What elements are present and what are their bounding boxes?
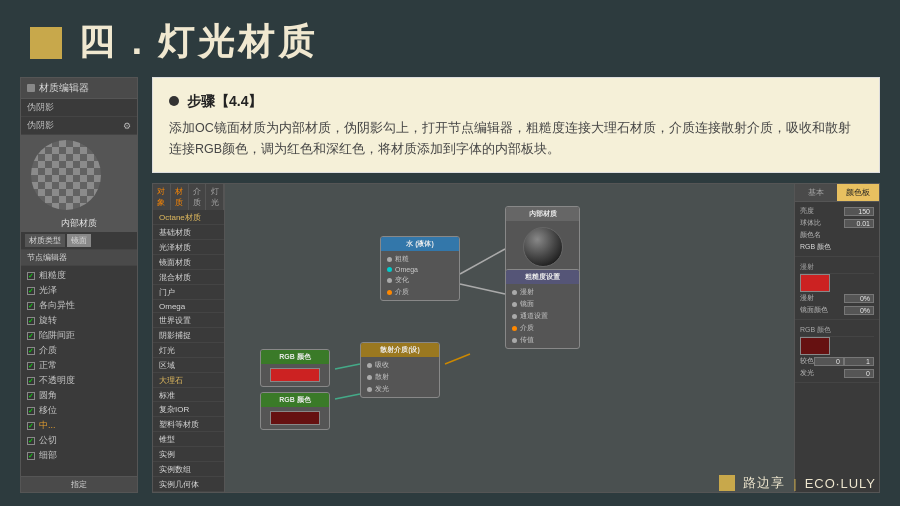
cb-check[interactable]: ✓: [27, 332, 35, 340]
ns-tab-objects[interactable]: 对象: [153, 184, 171, 210]
mat-type-btn-2[interactable]: 镜面: [67, 234, 91, 247]
cb-check[interactable]: ✓: [27, 437, 35, 445]
ns-item-omega[interactable]: Omega: [153, 300, 224, 313]
node-water[interactable]: 水 (液体) 粗糙 Omega 变化: [380, 236, 460, 301]
ns-tab-medium[interactable]: 介质: [189, 184, 207, 210]
props-section-main: 亮度 150 球体比 0.01 颜色名 RGB 颜色: [795, 202, 879, 257]
port-deform: 变化: [385, 274, 455, 286]
node-rgb2[interactable]: RGB 颜色: [260, 392, 330, 430]
svg-line-1: [460, 284, 505, 294]
ns-item-glossy[interactable]: 光泽材质: [153, 240, 224, 255]
cb-label: 光泽: [39, 284, 57, 297]
cb-check[interactable]: ✓: [27, 377, 35, 385]
cb-label: 细部: [39, 449, 57, 462]
node-inner-mat[interactable]: 内部材质: [505, 206, 580, 274]
ns-item-instance-geo[interactable]: 实例几何体: [153, 477, 224, 492]
props-brightness-value[interactable]: 150: [844, 207, 874, 216]
node-water-body: 粗糙 Omega 变化 介质: [381, 251, 459, 300]
node-rough-body: 漫射 镜面 通道设置 介质 传值: [506, 284, 579, 348]
port-r5: 传值: [510, 334, 575, 346]
ns-item-world[interactable]: 世界设置: [153, 313, 224, 328]
material-name-row: 伪阴影: [21, 99, 137, 117]
port-r3: 通道设置: [510, 310, 575, 322]
cb-check[interactable]: ✓: [27, 362, 35, 370]
cb-check[interactable]: ✓: [27, 302, 35, 310]
ns-item-marble[interactable]: 大理石: [153, 373, 224, 388]
cb-label: 正常: [39, 359, 57, 372]
rgb2-swatch: [270, 411, 320, 425]
svg-line-0: [460, 249, 505, 274]
port-dot: [512, 290, 517, 295]
main-content: 材质编辑器 伪阴影 伪阴影 ⚙ 内部材质 材质类型 镜面 节点编辑器 ✓ 粗糙度…: [0, 77, 900, 503]
props-emit-value[interactable]: 0: [844, 369, 874, 378]
brand-separator: |: [793, 476, 796, 491]
cb-opacity: ✓ 不透明度: [21, 373, 137, 388]
props-absorb-value2[interactable]: 1: [844, 357, 874, 366]
props-absorb: 较色 0 1: [800, 355, 874, 367]
ns-item-light[interactable]: 灯光: [153, 343, 224, 358]
cb-check[interactable]: ✓: [27, 422, 35, 430]
ns-item-specular[interactable]: 镜面材质: [153, 255, 224, 270]
port-medium: 介质: [385, 286, 455, 298]
ns-tab-lights[interactable]: 灯光: [206, 184, 224, 210]
cb-label: 各向异性: [39, 299, 75, 312]
svg-line-6: [445, 354, 470, 364]
cb-rotation: ✓ 旋转: [21, 313, 137, 328]
cb-label: 圆角: [39, 389, 57, 402]
props-tab-basic[interactable]: 基本: [795, 184, 837, 201]
material-type-bar: 材质类型 镜面: [21, 232, 137, 250]
cb-trap: ✓ 陷阱间距: [21, 328, 137, 343]
ns-item-basic[interactable]: 基础材质: [153, 225, 224, 240]
ns-item-standard[interactable]: 标准: [153, 388, 224, 403]
props-absorb-value[interactable]: 0: [814, 357, 844, 366]
cb-check[interactable]: ✓: [27, 392, 35, 400]
assign-btn[interactable]: 指定: [21, 476, 137, 492]
ns-item-mix[interactable]: 混合材质: [153, 270, 224, 285]
color-swatch-red[interactable]: [800, 274, 830, 292]
props-absorb-label: 较色: [800, 356, 814, 366]
cb-check[interactable]: ✓: [27, 347, 35, 355]
ns-item-complex[interactable]: 复杂IOR: [153, 402, 224, 417]
ns-item-portal[interactable]: 门户: [153, 285, 224, 300]
props-sphere-ratio-value[interactable]: 0.01: [844, 219, 874, 228]
node-rough-header: 粗糙度设置: [506, 270, 579, 284]
cb-check[interactable]: ✓: [27, 407, 35, 415]
ns-tab-materials[interactable]: 材质: [171, 184, 189, 210]
node-roughness[interactable]: 粗糙度设置 漫射 镜面 通道设置 介质 传值: [505, 269, 580, 349]
node-editor-area[interactable]: 对象 材质 介质 灯光 Octane材质 基础材质 光泽材质 镜面材质 混合材质…: [152, 183, 880, 493]
node-scatter[interactable]: 散射介质(设) 吸收 散射 发光: [360, 342, 440, 398]
props-tab-colors[interactable]: 颜色板: [837, 184, 879, 201]
mat-type-btn-1[interactable]: 材质类型: [25, 234, 65, 247]
material-editor-panel: 材质编辑器 伪阴影 伪阴影 ⚙ 内部材质 材质类型 镜面 节点编辑器 ✓ 粗糙度…: [20, 77, 138, 493]
node-rgb1[interactable]: RGB 颜色: [260, 349, 330, 387]
node-sidebar: 对象 材质 介质 灯光 Octane材质 基础材质 光泽材质 镜面材质 混合材质…: [153, 184, 225, 492]
port-omega: Omega: [385, 265, 455, 274]
color-swatch-darkred[interactable]: [800, 337, 830, 355]
port-s3: 发光: [365, 383, 435, 395]
svg-line-4: [335, 364, 360, 369]
cb-check[interactable]: ✓: [27, 287, 35, 295]
ns-item-shadow[interactable]: 阴影捕捉: [153, 328, 224, 343]
ns-item-area[interactable]: 区域: [153, 358, 224, 373]
node-scatter-header: 散射介质(设): [361, 343, 439, 357]
node-rgb2-header: RGB 颜色: [261, 393, 329, 407]
node-sidebar-tabs: 对象 材质 介质 灯光: [153, 184, 224, 210]
node-scatter-body: 吸收 散射 发光: [361, 357, 439, 397]
props-specular-value[interactable]: 0%: [844, 306, 874, 315]
ns-item-cone[interactable]: 锥型: [153, 432, 224, 447]
cb-check[interactable]: ✓: [27, 272, 35, 280]
cb-check[interactable]: ✓: [27, 317, 35, 325]
cb-check[interactable]: ✓: [27, 452, 35, 460]
ns-item-plastic[interactable]: 塑料等材质: [153, 417, 224, 432]
port-dot-orange: [387, 290, 392, 295]
props-diffuse-value[interactable]: 0%: [844, 294, 874, 303]
ns-item-instance[interactable]: 实例: [153, 447, 224, 462]
ns-item-instance-array[interactable]: 实例数组: [153, 462, 224, 477]
port-dot: [367, 375, 372, 380]
title-bar: 四．灯光材质: [0, 0, 900, 77]
node-canvas[interactable]: 水 (液体) 粗糙 Omega 变化: [225, 184, 794, 492]
props-sphere-ratio: 球体比 0.01: [800, 217, 874, 229]
ns-item-octane[interactable]: Octane材质: [153, 210, 224, 225]
node-editor-btn[interactable]: 节点编辑器: [21, 250, 137, 266]
port-dot: [387, 257, 392, 262]
